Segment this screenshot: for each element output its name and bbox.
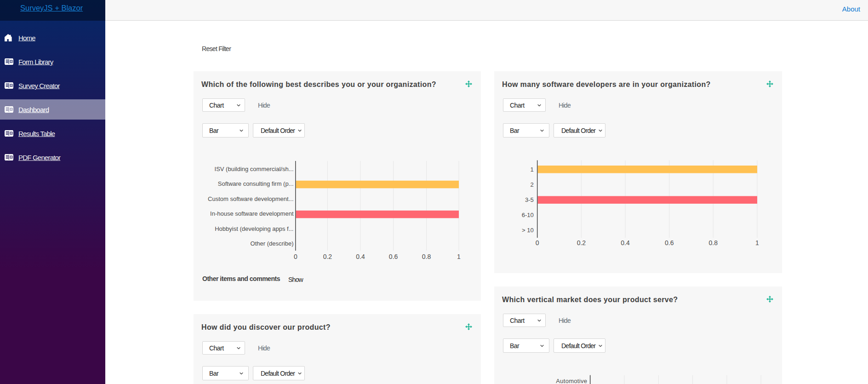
svg-text:0: 0 (536, 239, 539, 246)
svg-text:0.2: 0.2 (577, 239, 586, 246)
svg-text:6-10: 6-10 (522, 212, 534, 218)
svg-text:1: 1 (530, 166, 533, 173)
svg-text:Hobbyist (developing apps f...: Hobbyist (developing apps f... (215, 225, 293, 232)
svg-text:2: 2 (530, 181, 533, 188)
svg-text:Automotive: Automotive (556, 378, 587, 384)
svg-text:0.8: 0.8 (422, 253, 431, 260)
svg-text:Other (describe): Other (describe) (251, 240, 294, 247)
svg-text:Custom software development...: Custom software development... (208, 195, 293, 202)
svg-text:0.8: 0.8 (709, 239, 718, 246)
svg-text:0.6: 0.6 (665, 239, 674, 246)
svg-text:> 10: > 10 (522, 227, 534, 234)
svg-text:Software consulting firm (p...: Software consulting firm (p... (218, 180, 294, 187)
svg-text:ISV (building commercial/sh...: ISV (building commercial/sh... (215, 166, 294, 172)
svg-text:0: 0 (294, 253, 297, 260)
svg-text:1: 1 (457, 253, 461, 260)
svg-text:3-5: 3-5 (525, 196, 534, 203)
svg-text:0.2: 0.2 (323, 253, 332, 260)
svg-text:0.4: 0.4 (356, 253, 365, 260)
svg-text:0.6: 0.6 (389, 253, 398, 260)
svg-text:In-house software development: In-house software development (210, 210, 294, 217)
svg-text:0.4: 0.4 (621, 239, 630, 246)
svg-text:1: 1 (755, 239, 759, 246)
